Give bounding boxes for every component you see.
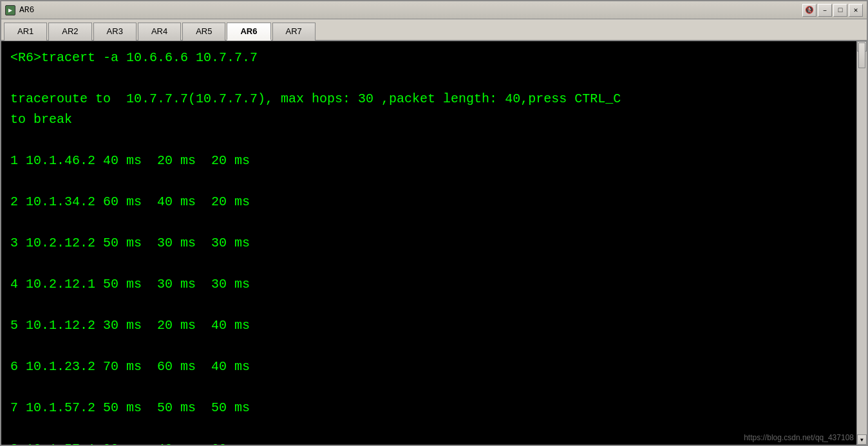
tab-ar6[interactable]: AR6 [227, 23, 270, 41]
tab-bar: AR1 AR2 AR3 AR4 AR5 AR6 AR7 [1, 19, 867, 41]
scrollbar-thumb[interactable] [858, 42, 865, 68]
main-window: ▶ AR6 🚷 – □ ✕ AR1 AR2 AR3 AR4 AR5 AR6 AR… [0, 0, 868, 446]
title-bar: ▶ AR6 🚷 – □ ✕ [1, 1, 867, 19]
scrollbar[interactable]: ▲ ▼ [856, 41, 867, 445]
tab-ar5[interactable]: AR5 [182, 23, 225, 41]
terminal-area: <R6>tracert -a 10.6.6.6 10.7.7.7 tracero… [1, 41, 867, 445]
tab-ar2[interactable]: AR2 [48, 23, 91, 41]
restore-button[interactable]: 🚷 [802, 4, 816, 17]
watermark: https://blog.csdn.net/qq_437108 [744, 433, 854, 442]
close-button[interactable]: ✕ [849, 4, 863, 17]
window-title: AR6 [19, 5, 802, 15]
tab-ar1[interactable]: AR1 [4, 23, 47, 41]
tab-ar7[interactable]: AR7 [272, 23, 316, 41]
minimize-button[interactable]: – [818, 4, 832, 17]
scrollbar-down[interactable]: ▼ [857, 434, 867, 445]
window-icon: ▶ [5, 5, 15, 15]
title-bar-controls: 🚷 – □ ✕ [802, 4, 863, 17]
tab-ar3[interactable]: AR3 [93, 23, 137, 41]
maximize-button[interactable]: □ [833, 4, 847, 17]
tab-ar4[interactable]: AR4 [138, 23, 181, 41]
terminal-output: <R6>tracert -a 10.6.6.6 10.7.7.7 tracero… [1, 41, 856, 445]
